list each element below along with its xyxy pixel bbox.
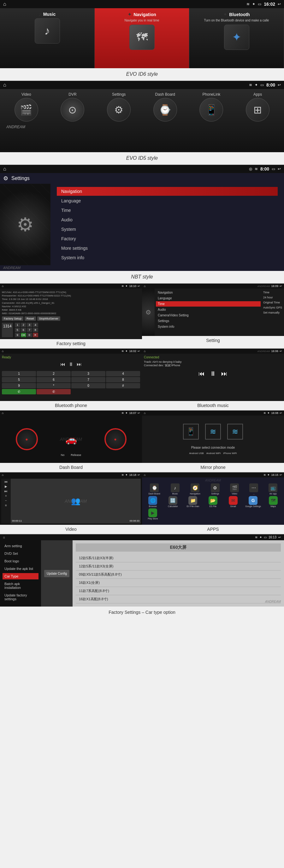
- factory-num-4[interactable]: 4: [33, 323, 38, 327]
- app-evfile[interactable]: 📁 EV File chan: [183, 496, 202, 507]
- id6-card-bluetooth[interactable]: ✦ Bluetooth Turn on the Bluetooth device…: [189, 8, 284, 68]
- bt-prev-track-btn[interactable]: ⏮: [198, 370, 205, 377]
- factory-num-9[interactable]: 9: [15, 333, 20, 337]
- setting-right-orig[interactable]: Original Time: [263, 300, 283, 305]
- nbt-menu-time[interactable]: Time: [57, 206, 278, 215]
- nbt-menu-more-settings[interactable]: More settings: [57, 244, 278, 253]
- id5-item-settings[interactable]: Settings ⚙: [107, 92, 131, 122]
- dashboard-back[interactable]: ↩: [137, 411, 140, 414]
- app-settings[interactable]: ⚙ Settings: [211, 484, 220, 495]
- id6-card-music[interactable]: ♪ Music ♪: [0, 8, 95, 68]
- factory-num-ok[interactable]: OK: [21, 333, 26, 337]
- id5-item-apps[interactable]: Apps ⊞: [246, 92, 270, 122]
- mirror-iphone-wifi-icon[interactable]: ≋: [227, 424, 243, 439]
- video-vol-up-btn[interactable]: +: [2, 494, 9, 498]
- mirror-home-icon[interactable]: ⌂: [144, 411, 146, 414]
- update-config-btn[interactable]: Update Config: [44, 570, 69, 577]
- video-back[interactable]: ↩: [137, 473, 140, 476]
- bt-num-1[interactable]: 1: [2, 371, 36, 376]
- factory-stop-btn[interactable]: StopMiuiServer: [37, 316, 61, 321]
- factory-option-1[interactable]: 12款5系/11款X3(全屏): [76, 562, 281, 570]
- setting-navigation[interactable]: Navigation: [156, 290, 261, 295]
- factory-num-7[interactable]: 7: [27, 328, 32, 332]
- app-browser[interactable]: 🌐 Browser: [143, 496, 162, 507]
- factory-menu-batch[interactable]: Batch apk installation: [2, 581, 38, 591]
- factory-num-8[interactable]: 8: [33, 328, 38, 332]
- bt-num-4[interactable]: 4: [106, 371, 140, 376]
- factory-menu-cartype[interactable]: Car Type: [2, 573, 38, 580]
- factory-menu-dvd[interactable]: DVD Set: [2, 550, 38, 557]
- app-playstore[interactable]: ▶ Play Store: [143, 508, 162, 520]
- bt-next-btn[interactable]: ⏭: [77, 362, 82, 367]
- setting-time[interactable]: Time: [156, 301, 261, 307]
- bt-music-back[interactable]: ↩: [280, 349, 282, 353]
- factory-back[interactable]: ↩: [137, 284, 140, 288]
- video-prev-btn[interactable]: ⏮: [2, 480, 9, 484]
- bt-num-6[interactable]: 6: [37, 377, 71, 382]
- nbt-menu-factory[interactable]: Factory: [57, 234, 278, 243]
- id5-home-icon[interactable]: ⌂: [3, 82, 6, 88]
- setting-language[interactable]: Language: [156, 296, 261, 301]
- setting-back[interactable]: ↩: [280, 284, 282, 288]
- video-list-btn[interactable]: ≡: [2, 504, 9, 507]
- factory-option-3[interactable]: 16款X1(全屏): [76, 579, 281, 587]
- bt-phone-back[interactable]: ↩: [137, 349, 140, 353]
- nbt-menu-system-info[interactable]: System info: [57, 253, 278, 262]
- factory-num-0[interactable]: 0: [27, 333, 32, 337]
- nbt-menu-language[interactable]: Language: [57, 196, 278, 205]
- bt-music-home-icon[interactable]: ⌂: [144, 349, 146, 353]
- nbt-home-icon[interactable]: ⌂: [3, 166, 6, 172]
- id6-card-navigation[interactable]: ✦ Navigation Navigate you in real time 🗺: [95, 8, 189, 68]
- bt-num-7[interactable]: 7: [71, 377, 105, 382]
- setting-audio[interactable]: Audio: [156, 307, 261, 312]
- factory-reset-btn[interactable]: Reset: [25, 316, 36, 321]
- nbt-menu-system[interactable]: System: [57, 225, 278, 234]
- bt-num-0[interactable]: 0: [71, 383, 105, 389]
- bt-num-5[interactable]: 5: [2, 377, 36, 382]
- factory-num-5[interactable]: 5: [15, 328, 20, 332]
- nbt-menu-audio[interactable]: Audio: [57, 215, 278, 224]
- factory-option-2[interactable]: 09款X5/11款5系高配(8.8寸): [76, 570, 281, 579]
- bt-prev-btn[interactable]: ⏮: [60, 362, 65, 367]
- mirror-android-wifi-icon[interactable]: ≋: [205, 424, 221, 439]
- mirror-android-usb-icon[interactable]: 📱: [183, 424, 199, 439]
- app-navigation[interactable]: 🧭 Navigation: [190, 484, 200, 495]
- bt-num-9[interactable]: 9: [2, 383, 36, 389]
- app-video[interactable]: 🎬 Video: [230, 484, 239, 495]
- video-next-btn[interactable]: ⏭: [2, 489, 9, 493]
- apps-back[interactable]: ↩: [280, 473, 282, 476]
- factory-car-back[interactable]: ↩: [278, 535, 281, 539]
- setting-right-manual[interactable]: Set manually: [263, 310, 283, 315]
- setting-sysinfo[interactable]: System info: [156, 324, 261, 329]
- factory-option-0[interactable]: 12款5系/11款X3(半屏): [76, 554, 281, 562]
- setting-home-icon[interactable]: ⌂: [144, 284, 146, 288]
- app-calculator[interactable]: 🔢 Calculator: [163, 496, 183, 507]
- app-esfile[interactable]: 📂 ES File: [203, 496, 223, 507]
- bt-dial-btn[interactable]: ✆: [2, 389, 36, 394]
- video-vol-dn-btn[interactable]: −: [2, 499, 9, 502]
- bt-pause-btn[interactable]: ⏸: [210, 370, 216, 377]
- factory-option-5[interactable]: 16款X1高配(8.8寸): [76, 595, 281, 603]
- factory-option-4[interactable]: 11款7系高配(8.8寸): [76, 587, 281, 595]
- factory-num-6[interactable]: 6: [21, 328, 26, 332]
- nbt-back-icon[interactable]: ↩: [278, 167, 281, 171]
- factory-menu-arm[interactable]: Arm setting: [2, 543, 38, 549]
- app-dashboard[interactable]: ⌚ Dash Board: [149, 484, 160, 495]
- app-etv[interactable]: 📺 etv app: [269, 484, 277, 495]
- id5-item-dashboard[interactable]: Dash Board ⌚: [153, 92, 177, 122]
- factory-setup-btn[interactable]: Factory Setup: [2, 316, 23, 321]
- setting-right-24h[interactable]: 24 hour: [263, 295, 283, 300]
- id6-back-icon[interactable]: ↩: [278, 2, 281, 6]
- mirror-back[interactable]: ↩: [280, 411, 282, 414]
- bt-num-8[interactable]: 8: [106, 377, 140, 382]
- id5-item-dvr[interactable]: DVR ⊙: [61, 92, 84, 122]
- id5-item-phonelink[interactable]: PhoneLink 📱: [199, 92, 223, 122]
- factory-menu-apk[interactable]: Update the apk list: [2, 565, 38, 572]
- bt-phone-home-icon[interactable]: ⌂: [2, 349, 3, 353]
- apps-home-icon[interactable]: ⌂: [144, 473, 146, 476]
- dashboard-home-icon[interactable]: ⌂: [2, 411, 3, 414]
- video-play-btn[interactable]: ▶: [2, 485, 9, 488]
- nbt-menu-navigation[interactable]: Navigation: [57, 187, 278, 196]
- factory-num-x[interactable]: ✕: [33, 333, 38, 337]
- id5-item-video[interactable]: Video 🎬: [14, 92, 38, 122]
